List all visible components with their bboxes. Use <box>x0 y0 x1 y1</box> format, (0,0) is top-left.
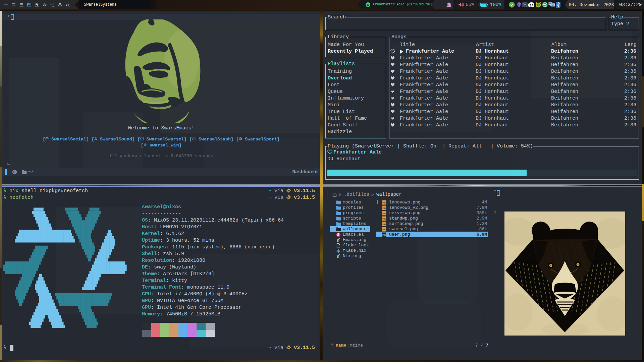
svg-text:PNG: PNG <box>382 218 386 220</box>
svg-text:PNG: PNG <box>382 234 386 236</box>
svg-text:PNG: PNG <box>382 213 386 215</box>
svg-text:PNG: PNG <box>382 229 386 231</box>
svg-text:PNG: PNG <box>382 207 386 209</box>
svg-text:PNG: PNG <box>382 224 386 226</box>
svg-text:PNG: PNG <box>382 202 386 204</box>
